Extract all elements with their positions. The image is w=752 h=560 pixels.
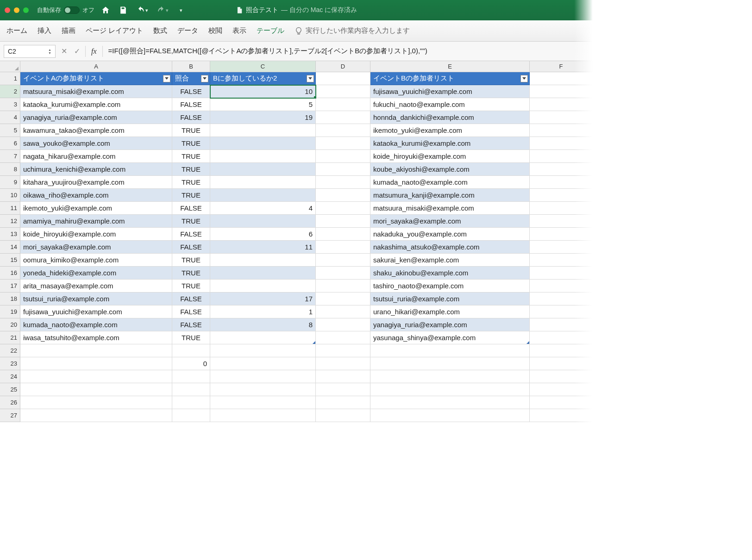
col-header-E[interactable]: E [370, 61, 530, 72]
cell-E[interactable]: honnda_dankichi@example.com [370, 111, 530, 124]
cell-A[interactable]: oomura_kimiko@example.com [20, 254, 172, 267]
cell-D[interactable] [316, 163, 370, 176]
row-header[interactable]: 1 [0, 72, 20, 85]
cell-E[interactable]: kumada_naoto@example.com [370, 176, 530, 189]
cell-B[interactable]: FALSE [172, 85, 210, 98]
row-header[interactable]: 13 [0, 228, 20, 241]
cell-E[interactable] [370, 344, 530, 357]
name-box[interactable]: C2 ▲▼ [4, 45, 56, 58]
cell-C[interactable]: 6 [210, 228, 316, 241]
row-header[interactable]: 3 [0, 98, 20, 111]
cell-B[interactable]: TRUE [172, 331, 210, 344]
cell-B[interactable] [172, 383, 210, 396]
cell-B[interactable]: TRUE [172, 280, 210, 292]
row-header[interactable]: 12 [0, 215, 20, 228]
cell-F[interactable] [530, 137, 593, 150]
cell-A[interactable]: matsuura_misaki@example.com [20, 85, 172, 98]
cell-E[interactable] [370, 396, 530, 409]
cell-C[interactable] [210, 370, 316, 383]
row-header[interactable]: 19 [0, 305, 20, 318]
cell-C[interactable] [210, 267, 316, 280]
col-header-C[interactable]: C [210, 61, 316, 72]
cell-C[interactable] [210, 357, 316, 370]
cell-A[interactable]: sawa_youko@example.com [20, 137, 172, 150]
cell[interactable] [530, 72, 593, 85]
cell-C[interactable] [210, 254, 316, 267]
cell-F[interactable] [530, 305, 593, 318]
cell-A[interactable]: mori_sayaka@example.com [20, 241, 172, 254]
filter-button[interactable] [307, 75, 314, 82]
cell-F[interactable] [530, 202, 593, 215]
cell-E[interactable]: kataoka_kurumi@example.com [370, 137, 530, 150]
cell-C[interactable] [210, 280, 316, 292]
cell-D[interactable] [316, 267, 370, 280]
select-all-corner[interactable] [0, 61, 20, 72]
name-box-stepper[interactable]: ▲▼ [48, 48, 51, 55]
maximize-window-button[interactable] [23, 7, 29, 13]
cell-C[interactable] [210, 176, 316, 189]
cell-A[interactable] [20, 383, 172, 396]
cell-B[interactable]: TRUE [172, 215, 210, 228]
undo-dropdown-icon[interactable]: ▾ [145, 7, 148, 13]
cell-D[interactable] [316, 357, 370, 370]
tab-formulas[interactable]: 数式 [153, 26, 167, 35]
cell-B[interactable]: 0 [172, 357, 210, 370]
home-icon[interactable] [101, 6, 110, 15]
cell-A[interactable] [20, 409, 172, 422]
cell-A[interactable]: kawamura_takao@example.com [20, 124, 172, 137]
cell-E[interactable]: koide_hiroyuki@example.com [370, 150, 530, 163]
cell-F[interactable] [530, 280, 593, 292]
row-header[interactable]: 5 [0, 124, 20, 137]
minimize-window-button[interactable] [14, 7, 19, 13]
cell-A[interactable]: tsutsui_ruria@example.com [20, 292, 172, 305]
cell-F[interactable] [530, 228, 593, 241]
col-header-B[interactable]: B [172, 61, 210, 72]
table-header-C[interactable]: Bに参加しているか2 [210, 72, 316, 85]
col-header-A[interactable]: A [20, 61, 172, 72]
cell-E[interactable]: koube_akiyoshi@example.com [370, 163, 530, 176]
cell-C[interactable] [210, 409, 316, 422]
row-header[interactable]: 18 [0, 292, 20, 305]
cell-D[interactable] [316, 292, 370, 305]
cell-B[interactable]: FALSE [172, 228, 210, 241]
cell-B[interactable] [172, 409, 210, 422]
cell-A[interactable]: yanagiya_ruria@example.com [20, 111, 172, 124]
tell-me-search[interactable]: 実行したい作業内容を入力します [295, 26, 410, 35]
cell-B[interactable]: TRUE [172, 124, 210, 137]
cell-D[interactable] [316, 409, 370, 422]
cell-F[interactable] [530, 85, 593, 98]
cell-C[interactable]: 8 [210, 318, 316, 331]
cell-A[interactable]: uchimura_kenichi@example.com [20, 163, 172, 176]
cell-A[interactable]: oikawa_riho@example.com [20, 189, 172, 202]
cell-F[interactable] [530, 111, 593, 124]
formula-input[interactable]: =IF([@照合]=FALSE,MATCH([@イベントAの参加者リスト],テー… [107, 47, 589, 56]
cell-A[interactable]: yoneda_hideki@example.com [20, 267, 172, 280]
cell-A[interactable]: arita_masaya@example.com [20, 280, 172, 292]
cell-D[interactable] [316, 85, 370, 98]
cell-E[interactable]: fukuchi_naoto@example.com [370, 98, 530, 111]
cell-A[interactable]: ikemoto_yuki@example.com [20, 202, 172, 215]
cell-E[interactable]: sakurai_ken@example.com [370, 254, 530, 267]
cell-F[interactable] [530, 370, 593, 383]
cell-B[interactable]: TRUE [172, 176, 210, 189]
autosave-toggle[interactable] [64, 6, 80, 14]
cell-F[interactable] [530, 344, 593, 357]
cell-C[interactable] [210, 163, 316, 176]
cell-B[interactable]: FALSE [172, 111, 210, 124]
row-header[interactable]: 7 [0, 150, 20, 163]
cell-B[interactable]: TRUE [172, 163, 210, 176]
cell-D[interactable] [316, 176, 370, 189]
cell-E[interactable]: fujisawa_yuuichi@example.com [370, 85, 530, 98]
cell-A[interactable] [20, 357, 172, 370]
row-header[interactable]: 10 [0, 189, 20, 202]
cell-A[interactable] [20, 370, 172, 383]
tab-page-layout[interactable]: ページ レイアウト [86, 26, 143, 35]
cell-F[interactable] [530, 409, 593, 422]
col-header-D[interactable]: D [316, 61, 370, 72]
tab-insert[interactable]: 挿入 [38, 26, 51, 35]
cancel-formula-icon[interactable]: ✕ [59, 47, 69, 56]
cell-C[interactable] [210, 331, 316, 344]
cell-B[interactable]: FALSE [172, 241, 210, 254]
cell-E[interactable] [370, 357, 530, 370]
table-header-A[interactable]: イベントAの参加者リスト [20, 72, 172, 85]
